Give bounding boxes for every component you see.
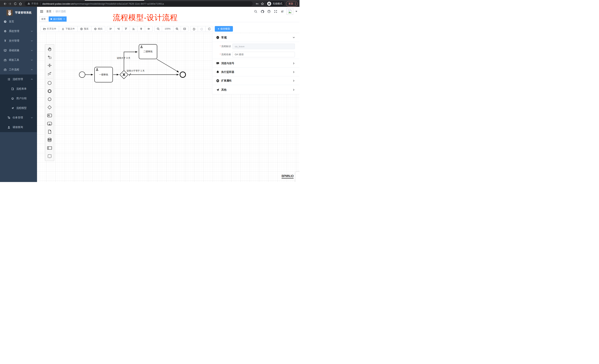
simulate-button[interactable]: 模拟	[91, 26, 105, 32]
panel-section-extended-attributes[interactable]: 扩展属性	[212, 76, 300, 85]
sidebar-fold-icon[interactable]	[40, 10, 44, 14]
sidebar-item-process-form[interactable]: 流程表单	[0, 84, 37, 94]
sidebar-item-leave-query[interactable]: 请假查询	[0, 122, 37, 132]
sidebar-item-label: 系统管理	[9, 30, 19, 33]
breadcrumb-home[interactable]: 首页	[46, 10, 52, 13]
task-second-approval[interactable]: 二级审批	[139, 44, 157, 59]
start-event-shape[interactable]	[45, 79, 54, 87]
search-icon[interactable]	[253, 9, 258, 14]
panel-section-other[interactable]: 其他	[212, 85, 300, 94]
start-event[interactable]	[79, 71, 85, 78]
pool-shape[interactable]	[45, 144, 54, 152]
data-object-shape[interactable]	[45, 128, 54, 136]
sidebar-item-user-group[interactable]: 用户分组	[0, 94, 37, 103]
preview-button[interactable]: 预览	[77, 26, 91, 32]
browser-update-button[interactable]: 更新	[286, 1, 298, 7]
url-text[interactable]: dashboard.yudao.iocoder.cn/bpm/manager/m…	[42, 2, 164, 5]
help-icon[interactable]	[267, 9, 271, 14]
required-asterisk: *	[220, 53, 221, 56]
intermediate-event-shape[interactable]	[45, 87, 54, 95]
hand-tool-icon[interactable]	[45, 45, 54, 53]
sidebar-item-label: 流程管理	[13, 78, 23, 81]
tag-home[interactable]: 首页	[39, 17, 48, 22]
align-center-horizontal-icon[interactable]	[137, 26, 145, 32]
sidebar-item-devtools[interactable]: 研发工具	[0, 55, 37, 65]
font-size-icon[interactable]: tT	[280, 9, 285, 14]
sidebar-item-workflow[interactable]: 工作流程	[0, 65, 37, 75]
redo-icon[interactable]	[198, 26, 205, 32]
app-logo[interactable]: 芋道管理系统	[0, 8, 37, 17]
connection-tool-icon[interactable]	[45, 69, 54, 78]
save-model-button[interactable]: +保存模型	[215, 26, 233, 32]
sidebar-item-infrastructure[interactable]: 基础设施	[0, 46, 37, 55]
toolbox-icon	[4, 68, 7, 71]
user-task-shape[interactable]	[45, 111, 54, 119]
github-icon[interactable]	[260, 9, 265, 14]
warning-icon[interactable]	[27, 2, 30, 5]
panel-section-title: 其他	[221, 88, 226, 92]
panel-section-execution-listener[interactable]: 执行监听器	[212, 68, 300, 76]
task-first-approval[interactable]: 一级审批	[94, 67, 113, 82]
align-left-icon[interactable]	[107, 26, 115, 32]
lasso-tool-icon[interactable]	[45, 53, 54, 61]
zoom-level[interactable]: 100%	[162, 26, 173, 32]
zoom-reset-icon[interactable]	[181, 26, 188, 32]
bookmark-star-icon[interactable]	[260, 1, 265, 6]
sidebar-item-process-management[interactable]: 流程管理	[0, 75, 37, 84]
bpmn-canvas[interactable]: 一级审批 二级审批 请假大于 3 天 请假小于等于 1 天 BPMN.iO i …	[37, 33, 300, 182]
process-key-input[interactable]	[232, 44, 295, 49]
chevron-down-icon	[31, 59, 33, 61]
sidebar-item-label: 基础设施	[9, 49, 19, 52]
process-name-input[interactable]	[232, 52, 295, 57]
panel-section-general[interactable]: i 常规	[212, 33, 300, 42]
align-top-icon[interactable]	[122, 26, 130, 32]
sidebar-item-task-management[interactable]: 任务管理	[0, 113, 37, 122]
end-event-shape[interactable]	[45, 95, 54, 103]
flow-label-gt3[interactable]: 请假大于 3 天	[113, 57, 135, 60]
bpmn-io-logo[interactable]: BPMN.iO	[282, 174, 294, 178]
key-icon[interactable]	[255, 1, 260, 6]
flow-label-lte1[interactable]: 请假小于等于 1 天	[123, 69, 149, 72]
address-bar[interactable]: 不安全 dashboard.yudao.iocoder.cn/bpm/manag…	[25, 1, 253, 6]
browser-menu-icon[interactable]	[295, 2, 296, 5]
browser-home-icon[interactable]	[18, 1, 23, 6]
zoom-out-icon[interactable]	[154, 26, 162, 32]
data-store-shape[interactable]	[45, 136, 54, 144]
open-file-button[interactable]: 打开文件	[40, 26, 59, 32]
undo-icon[interactable]	[190, 26, 198, 32]
gateway-shape[interactable]	[45, 103, 54, 111]
avatar[interactable]	[287, 8, 293, 15]
align-bottom-icon[interactable]	[130, 26, 137, 32]
browser-reload-icon[interactable]	[13, 1, 18, 6]
align-right-icon[interactable]	[115, 26, 122, 32]
subprocess-shape[interactable]	[45, 119, 54, 128]
chevron-down-icon	[31, 49, 33, 51]
avatar-caret-icon[interactable]	[295, 11, 297, 12]
sidebar-item-process-model[interactable]: 流程模型	[0, 103, 37, 113]
restart-icon[interactable]	[205, 26, 213, 32]
align-center-vertical-icon[interactable]	[145, 26, 153, 32]
org-icon	[7, 116, 10, 119]
end-event[interactable]	[180, 71, 186, 78]
sidebar-item-payment[interactable]: ¥ 支付管理	[0, 36, 37, 46]
browser-forward-icon[interactable]	[7, 1, 13, 6]
browser-back-icon[interactable]	[2, 1, 7, 6]
corner-handle[interactable]	[295, 172, 300, 182]
zoom-in-icon[interactable]	[173, 26, 181, 32]
sidebar-item-home[interactable]: 首页	[0, 17, 37, 26]
group-shape[interactable]	[45, 152, 54, 160]
active-dot-icon	[51, 18, 52, 20]
close-icon[interactable]: ×	[63, 18, 65, 20]
task-label: 一级审批	[99, 73, 108, 76]
incognito-badge: 无痕模式	[266, 1, 284, 6]
sidebar-item-label: 请假查询	[13, 126, 23, 129]
tag-design-process[interactable]: 设计流程 ×	[49, 17, 67, 22]
security-label[interactable]: 不安全	[31, 2, 38, 5]
sidebar-item-label: 研发工具	[9, 58, 19, 62]
fullscreen-icon[interactable]	[273, 9, 278, 14]
download-file-button[interactable]: 下载文件	[59, 26, 78, 32]
panel-section-title: 常规	[221, 36, 227, 39]
space-tool-icon[interactable]	[45, 61, 54, 69]
sidebar-item-system[interactable]: 系统管理	[0, 26, 37, 36]
panel-section-message-signal[interactable]: 消息与信号	[212, 59, 300, 68]
